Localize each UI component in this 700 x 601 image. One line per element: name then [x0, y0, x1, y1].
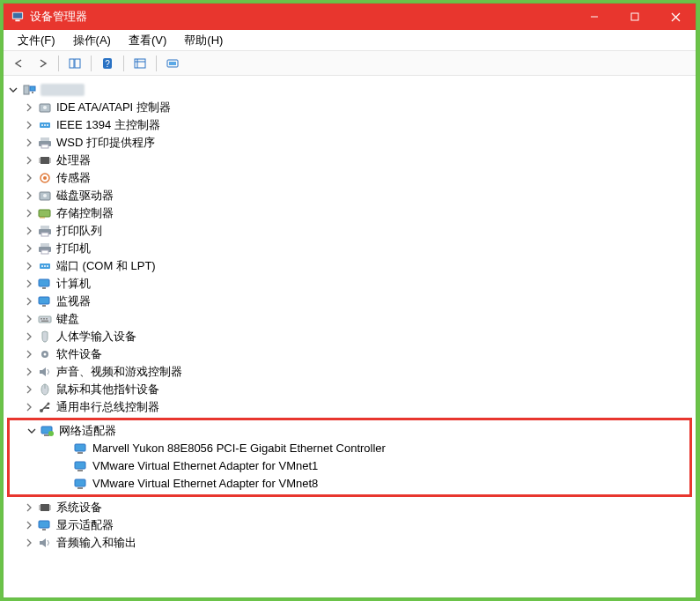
tree-device[interactable]: Marvell Yukon 88E8056 PCI-E Gigabit Ethe…: [10, 440, 689, 457]
caret-right-icon[interactable]: [23, 537, 35, 549]
menu-help[interactable]: 帮助(H): [175, 31, 232, 50]
caret-down-icon[interactable]: [26, 425, 38, 437]
caret-right-icon[interactable]: [23, 137, 35, 149]
minimize-button[interactable]: [574, 4, 615, 30]
caret-right-icon[interactable]: [23, 366, 35, 378]
svg-rect-80: [41, 504, 49, 511]
category-icon: [37, 382, 53, 397]
caret-right-icon[interactable]: [23, 330, 35, 343]
titlebar[interactable]: 设备管理器: [4, 4, 696, 30]
caret-right-icon[interactable]: [23, 101, 35, 114]
category-label: 软件设备: [56, 345, 102, 363]
maximize-button[interactable]: [615, 4, 655, 30]
toolbar-back-button[interactable]: [9, 54, 30, 73]
tree-category[interactable]: 音频输入和输出: [7, 534, 692, 552]
svg-rect-17: [30, 86, 35, 91]
tree-category[interactable]: 显示适配器: [7, 516, 692, 534]
category-icon: [37, 501, 53, 515]
toolbar: ?: [4, 51, 696, 76]
category-icon: [37, 365, 53, 379]
tree-category-wrap: 磁盘驱动器: [7, 187, 692, 204]
menu-action[interactable]: 操作(A): [64, 31, 120, 50]
tree-category[interactable]: 端口 (COM 和 LPT): [7, 257, 692, 275]
tree-category[interactable]: 声音、视频和游戏控制器: [7, 363, 692, 381]
tree-category-wrap: 打印机: [7, 240, 692, 257]
caret-right-icon[interactable]: [23, 313, 35, 325]
caret-right-icon[interactable]: [23, 260, 35, 272]
caret-right-icon[interactable]: [23, 295, 35, 308]
tree-category[interactable]: 磁盘驱动器: [7, 187, 692, 204]
tree-category[interactable]: 传感器: [7, 169, 692, 187]
category-label: 打印机: [56, 240, 91, 257]
caret-right-icon[interactable]: [23, 501, 35, 514]
caret-right-icon[interactable]: [23, 348, 35, 360]
caret-right-icon[interactable]: [23, 519, 35, 531]
tree-device[interactable]: VMware Virtual Ethernet Adapter for VMne…: [10, 475, 689, 493]
tree-category[interactable]: WSD 打印提供程序: [7, 134, 692, 152]
svg-rect-75: [77, 452, 83, 454]
menu-view[interactable]: 查看(V): [120, 31, 175, 50]
category-icon: [37, 189, 53, 203]
svg-point-73: [48, 431, 54, 436]
tree-category[interactable]: 网络适配器: [10, 422, 689, 440]
network-adapter-icon: [73, 477, 89, 491]
caret-right-icon[interactable]: [23, 189, 35, 202]
tree-category-wrap: 系统设备: [7, 499, 692, 516]
tree-category[interactable]: 人体学输入设备: [7, 328, 692, 345]
svg-rect-70: [47, 407, 49, 409]
svg-rect-1: [13, 13, 23, 19]
caret-right-icon[interactable]: [23, 225, 35, 237]
category-icon: [37, 100, 53, 115]
category-icon: [37, 259, 53, 273]
toolbar-scan-button[interactable]: [162, 54, 183, 73]
caret-right-icon[interactable]: [23, 383, 35, 396]
caret-right-icon[interactable]: [23, 172, 35, 184]
caret-right-icon[interactable]: [23, 401, 35, 413]
svg-rect-2: [15, 20, 19, 22]
category-icon: [37, 153, 53, 167]
caret-right-icon[interactable]: [23, 278, 35, 290]
toolbar-separator: [123, 56, 124, 71]
category-label: 声音、视频和游戏控制器: [56, 363, 182, 381]
tree-category[interactable]: 计算机: [7, 275, 692, 293]
tree-category[interactable]: 软件设备: [7, 345, 692, 363]
tree-category[interactable]: IEEE 1394 主控制器: [7, 116, 692, 134]
tree-category[interactable]: 键盘: [7, 310, 692, 328]
tree-category[interactable]: 监视器: [7, 293, 692, 310]
svg-rect-7: [70, 59, 74, 68]
caret-right-icon[interactable]: [23, 119, 35, 131]
tree-device[interactable]: VMware Virtual Ethernet Adapter for VMne…: [10, 457, 689, 475]
category-label: 键盘: [56, 310, 79, 328]
svg-rect-48: [41, 250, 48, 254]
tree-category[interactable]: 处理器: [7, 152, 692, 169]
toolbar-forward-button[interactable]: [32, 54, 53, 73]
caret-right-icon[interactable]: [23, 242, 35, 255]
toolbar-properties-button[interactable]: [129, 54, 151, 73]
tree-category[interactable]: 打印机: [7, 240, 692, 257]
tree-category[interactable]: 打印队列: [7, 222, 692, 240]
device-label: VMware Virtual Ethernet Adapter for VMne…: [92, 475, 318, 493]
tree-root[interactable]: [7, 81, 692, 99]
category-label: 计算机: [56, 275, 91, 293]
device-manager-window: 设备管理器 文件(F) 操作(A) 查看(V) 帮助(H) ?: [4, 4, 696, 597]
tree-category-wrap: IEEE 1394 主控制器: [7, 116, 692, 134]
svg-rect-16: [24, 85, 29, 94]
tree-category[interactable]: IDE ATA/ATAPI 控制器: [7, 99, 692, 116]
toolbar-help-button[interactable]: ?: [97, 54, 118, 73]
caret-spacer: [59, 478, 71, 490]
tree-category[interactable]: 系统设备: [7, 499, 692, 516]
tree-category[interactable]: 通用串行总线控制器: [7, 398, 692, 416]
toolbar-separator: [91, 56, 92, 71]
tree-category[interactable]: 鼠标和其他指针设备: [7, 381, 692, 398]
caret-right-icon[interactable]: [23, 207, 35, 219]
menu-file[interactable]: 文件(F): [9, 31, 64, 50]
tree-category[interactable]: 存储控制器: [7, 204, 692, 222]
caret-down-icon[interactable]: [7, 84, 19, 96]
toolbar-show-hide-button[interactable]: [64, 54, 85, 73]
caret-right-icon[interactable]: [23, 154, 35, 167]
close-button[interactable]: [655, 4, 696, 30]
svg-point-36: [43, 176, 47, 180]
svg-point-23: [44, 124, 46, 126]
device-tree-panel[interactable]: IDE ATA/ATAPI 控制器IEEE 1394 主控制器WSD 打印提供程…: [4, 76, 696, 597]
category-icon: [37, 518, 53, 532]
